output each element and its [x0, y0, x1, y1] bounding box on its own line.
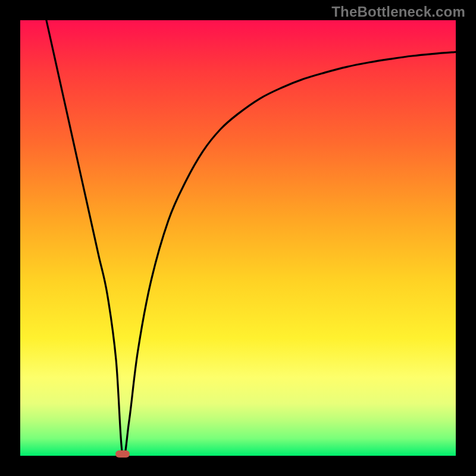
- bottleneck-curve: [46, 20, 456, 458]
- curve-svg: [20, 20, 456, 456]
- chart-frame: TheBottleneck.com: [0, 0, 476, 476]
- minimum-marker: [115, 450, 130, 458]
- watermark-text: TheBottleneck.com: [331, 4, 465, 20]
- plot-area: [20, 20, 456, 456]
